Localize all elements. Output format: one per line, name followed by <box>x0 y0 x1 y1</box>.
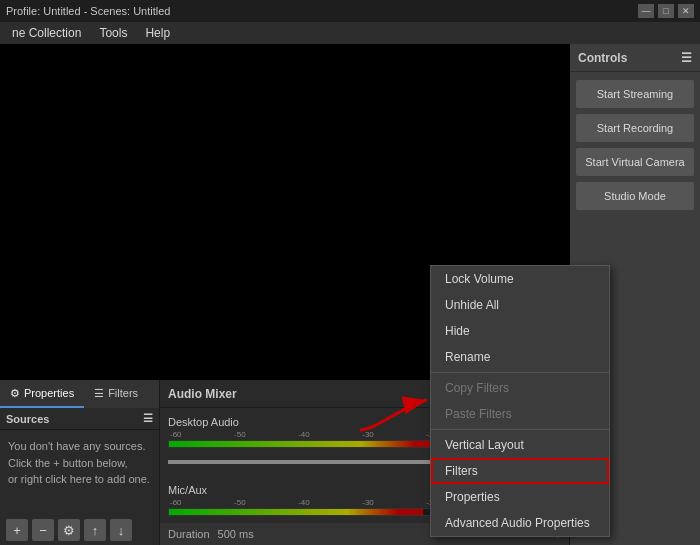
close-button[interactable]: ✕ <box>678 4 694 18</box>
duration-label: Duration <box>168 528 210 540</box>
controls-label: Controls <box>578 51 627 65</box>
ctx-vertical-layout[interactable]: Vertical Layout <box>431 432 609 458</box>
ctx-advanced-audio[interactable]: Advanced Audio Properties <box>431 510 609 536</box>
menu-item-tools[interactable]: Tools <box>91 24 135 42</box>
left-panel: ⚙ Properties ☰ Filters Sources ☰ You don… <box>0 380 160 545</box>
sources-toolbar: + − ⚙ ↑ ↓ <box>0 515 159 545</box>
source-up-button[interactable]: ↑ <box>84 519 106 541</box>
ctx-rename[interactable]: Rename <box>431 344 609 370</box>
start-streaming-button[interactable]: Start Streaming <box>576 80 694 108</box>
ctx-divider-1 <box>431 372 609 373</box>
menu-item-help[interactable]: Help <box>137 24 178 42</box>
minimize-button[interactable]: — <box>638 4 654 18</box>
start-virtual-camera-button[interactable]: Start Virtual Camera <box>576 148 694 176</box>
menu-item-collection[interactable]: ne Collection <box>4 24 89 42</box>
desktop-audio-name: Desktop Audio <box>168 416 239 428</box>
ctx-copy-filters: Copy Filters <box>431 375 609 401</box>
remove-source-button[interactable]: − <box>32 519 54 541</box>
controls-menu-icon[interactable]: ☰ <box>681 51 692 65</box>
sources-menu-icon[interactable]: ☰ <box>143 412 153 425</box>
source-down-button[interactable]: ↓ <box>110 519 132 541</box>
ctx-paste-filters: Paste Filters <box>431 401 609 427</box>
controls-buttons: Start Streaming Start Recording Start Vi… <box>570 72 700 218</box>
panel-tabs: ⚙ Properties ☰ Filters <box>0 380 159 408</box>
duration-value: 500 ms <box>218 528 254 540</box>
ctx-unhide-all[interactable]: Unhide All <box>431 292 609 318</box>
desktop-meter-fill <box>169 441 443 447</box>
window-controls: — □ ✕ <box>638 4 694 18</box>
start-recording-button[interactable]: Start Recording <box>576 114 694 142</box>
context-menu: Lock Volume Unhide All Hide Rename Copy … <box>430 265 610 537</box>
filter-icon: ☰ <box>94 387 104 400</box>
ctx-lock-volume[interactable]: Lock Volume <box>431 266 609 292</box>
window-title: Profile: Untitled - Scenes: Untitled <box>6 5 170 17</box>
title-bar: Profile: Untitled - Scenes: Untitled — □… <box>0 0 700 22</box>
mic-meter-fill <box>169 509 423 515</box>
maximize-button[interactable]: □ <box>658 4 674 18</box>
gear-icon: ⚙ <box>10 387 20 400</box>
studio-mode-button[interactable]: Studio Mode <box>576 182 694 210</box>
audio-mixer-label: Audio Mixer <box>168 387 237 401</box>
ctx-properties[interactable]: Properties <box>431 484 609 510</box>
ctx-hide[interactable]: Hide <box>431 318 609 344</box>
sources-empty-text: You don't have any sources.Click the + b… <box>0 430 159 496</box>
sources-header: Sources ☰ <box>0 408 159 430</box>
tab-properties[interactable]: ⚙ Properties <box>0 380 84 408</box>
ctx-divider-2 <box>431 429 609 430</box>
controls-header: Controls ☰ <box>570 44 700 72</box>
ctx-filters[interactable]: Filters <box>431 458 609 484</box>
mic-audio-name: Mic/Aux <box>168 484 207 496</box>
tab-filters[interactable]: ☰ Filters <box>84 380 148 408</box>
source-settings-button[interactable]: ⚙ <box>58 519 80 541</box>
tab-filters-label: Filters <box>108 387 138 399</box>
tab-properties-label: Properties <box>24 387 74 399</box>
menu-bar: ne Collection Tools Help <box>0 22 700 44</box>
add-source-button[interactable]: + <box>6 519 28 541</box>
sources-label: Sources <box>6 413 49 425</box>
